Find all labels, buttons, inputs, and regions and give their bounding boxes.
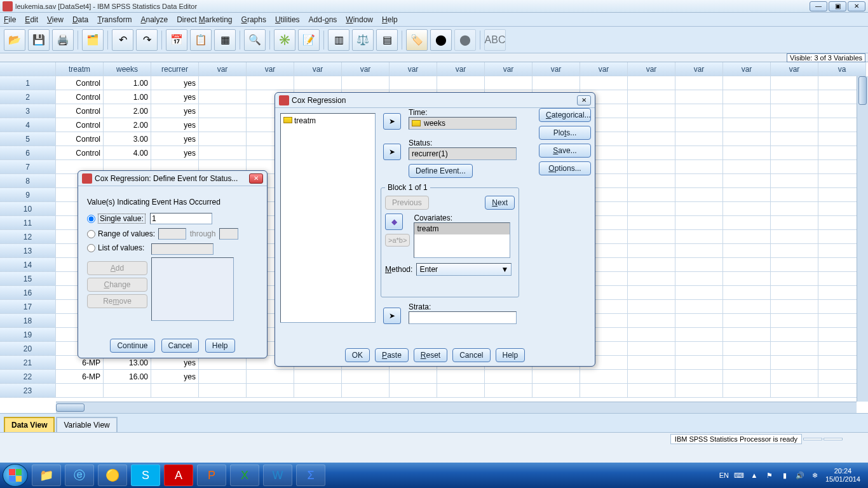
data-cell[interactable]: Control bbox=[56, 76, 104, 90]
data-cell[interactable] bbox=[390, 370, 437, 384]
row-header[interactable]: 17 bbox=[0, 300, 56, 314]
task-explorer[interactable]: 📁 bbox=[32, 464, 61, 486]
start-button[interactable] bbox=[3, 464, 28, 487]
menu-direct-marketing[interactable]: Direct Marketing bbox=[177, 15, 232, 24]
menu-transform[interactable]: Transform bbox=[97, 15, 132, 24]
task-ie[interactable]: ⓔ bbox=[65, 464, 94, 486]
data-cell[interactable] bbox=[628, 76, 675, 90]
data-cell[interactable]: Control bbox=[56, 146, 104, 160]
column-header[interactable]: var bbox=[628, 62, 675, 76]
data-cell[interactable]: Control bbox=[56, 118, 104, 132]
data-cell[interactable] bbox=[628, 258, 675, 272]
maximize-button[interactable]: ▣ bbox=[829, 1, 846, 11]
network-icon[interactable]: ▮ bbox=[780, 470, 790, 480]
data-cell[interactable] bbox=[723, 188, 771, 202]
continue-button[interactable]: Continue bbox=[110, 339, 154, 353]
data-cell[interactable] bbox=[628, 370, 675, 384]
menu-file[interactable]: File bbox=[4, 15, 16, 24]
goto-case-icon[interactable]: 📅 bbox=[166, 29, 187, 51]
data-cell[interactable] bbox=[723, 328, 771, 342]
row-header[interactable]: 14 bbox=[0, 258, 56, 272]
data-cell[interactable] bbox=[771, 244, 818, 258]
method-select[interactable]: Enter▼ bbox=[416, 263, 512, 276]
row-header[interactable]: 23 bbox=[0, 384, 56, 398]
data-cell[interactable] bbox=[151, 384, 199, 398]
keyboard-icon[interactable]: ⌨ bbox=[734, 470, 744, 480]
vertical-scrollbar[interactable] bbox=[857, 76, 868, 402]
strata-field[interactable] bbox=[409, 311, 517, 324]
data-cell[interactable] bbox=[771, 104, 818, 118]
data-cell[interactable] bbox=[771, 370, 818, 384]
data-cell[interactable] bbox=[199, 132, 247, 146]
data-cell[interactable] bbox=[771, 328, 818, 342]
data-cell[interactable] bbox=[675, 230, 723, 244]
data-cell[interactable] bbox=[723, 356, 771, 370]
list-item[interactable]: treatm bbox=[283, 116, 372, 125]
row-header[interactable]: 22 bbox=[0, 370, 56, 384]
data-cell[interactable]: 1.00 bbox=[104, 76, 151, 90]
define-event-button[interactable]: Define Event... bbox=[409, 164, 473, 178]
print-icon[interactable]: 🖨️ bbox=[52, 29, 74, 51]
data-cell[interactable] bbox=[771, 230, 818, 244]
data-cell[interactable]: yes bbox=[151, 90, 199, 104]
data-cell[interactable] bbox=[675, 300, 723, 314]
row-header[interactable]: 6 bbox=[0, 146, 56, 160]
task-adobe[interactable]: A bbox=[164, 464, 193, 486]
undo-icon[interactable]: ↶ bbox=[112, 29, 133, 51]
row-header[interactable]: 8 bbox=[0, 174, 56, 188]
data-cell[interactable] bbox=[628, 188, 675, 202]
data-cell[interactable] bbox=[771, 76, 818, 90]
data-cell[interactable] bbox=[437, 384, 485, 398]
data-cell[interactable] bbox=[485, 370, 532, 384]
data-cell[interactable] bbox=[532, 384, 580, 398]
row-header[interactable]: 5 bbox=[0, 132, 56, 146]
data-cell[interactable] bbox=[675, 342, 723, 356]
data-cell[interactable] bbox=[675, 314, 723, 328]
row-header[interactable]: 16 bbox=[0, 286, 56, 300]
menu-edit[interactable]: Edit bbox=[25, 15, 38, 24]
save-button[interactable]: Save... bbox=[539, 144, 591, 158]
row-header[interactable]: 4 bbox=[0, 118, 56, 132]
help-button[interactable]: Help bbox=[205, 339, 235, 353]
data-cell[interactable] bbox=[580, 370, 628, 384]
data-cell[interactable] bbox=[723, 160, 771, 174]
plots-button[interactable]: Plots... bbox=[539, 126, 591, 140]
data-cell[interactable] bbox=[199, 104, 247, 118]
use-sets-icon[interactable]: ⬤ bbox=[430, 29, 452, 51]
data-cell[interactable] bbox=[675, 384, 723, 398]
data-cell[interactable] bbox=[628, 328, 675, 342]
data-cell[interactable] bbox=[675, 90, 723, 104]
data-cell[interactable] bbox=[675, 286, 723, 300]
data-cell[interactable] bbox=[247, 76, 294, 90]
data-cell[interactable] bbox=[675, 174, 723, 188]
row-header[interactable]: 20 bbox=[0, 342, 56, 356]
data-cell[interactable] bbox=[628, 300, 675, 314]
task-word[interactable]: W bbox=[263, 464, 292, 486]
task-spss[interactable]: Σ bbox=[296, 464, 325, 486]
menu-window[interactable]: Window bbox=[346, 15, 373, 24]
row-header[interactable]: 10 bbox=[0, 202, 56, 216]
cancel-button[interactable]: Cancel bbox=[161, 339, 199, 353]
data-cell[interactable] bbox=[723, 230, 771, 244]
data-cell[interactable] bbox=[771, 258, 818, 272]
data-cell[interactable] bbox=[532, 76, 580, 90]
data-cell[interactable] bbox=[199, 90, 247, 104]
data-cell[interactable] bbox=[485, 76, 532, 90]
data-cell[interactable] bbox=[723, 118, 771, 132]
data-cell[interactable] bbox=[771, 314, 818, 328]
column-header[interactable]: var bbox=[675, 62, 723, 76]
data-cell[interactable] bbox=[723, 286, 771, 300]
insert-variable-icon[interactable]: 📝 bbox=[298, 29, 320, 51]
ok-button[interactable]: OK bbox=[345, 348, 370, 362]
data-cell[interactable] bbox=[628, 272, 675, 286]
list-item[interactable]: treatm bbox=[414, 223, 510, 234]
data-cell[interactable] bbox=[723, 174, 771, 188]
data-cell[interactable]: Control bbox=[56, 104, 104, 118]
row-header[interactable]: 18 bbox=[0, 314, 56, 328]
data-cell[interactable] bbox=[628, 132, 675, 146]
data-cell[interactable] bbox=[723, 216, 771, 230]
data-cell[interactable] bbox=[723, 314, 771, 328]
data-cell[interactable] bbox=[104, 384, 151, 398]
recall-dialog-icon[interactable]: 🗂️ bbox=[82, 29, 104, 51]
data-cell[interactable] bbox=[771, 174, 818, 188]
